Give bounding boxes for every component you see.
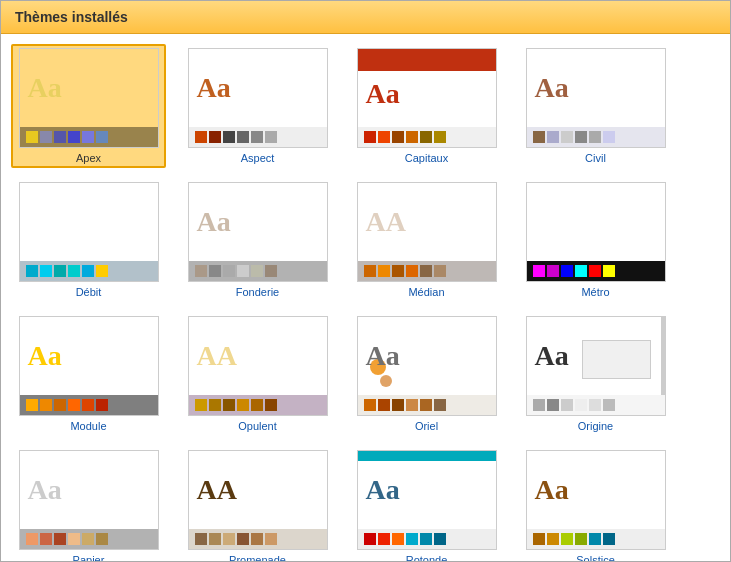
theme-item-oriel[interactable]: AaOriel xyxy=(349,312,504,436)
color-swatch xyxy=(547,533,559,545)
theme-label-apex: Apex xyxy=(76,152,101,164)
color-swatch xyxy=(589,131,601,143)
theme-label-papier: Papier xyxy=(73,554,105,561)
color-swatch xyxy=(364,533,376,545)
theme-aa-text-promenade: AA xyxy=(197,474,237,506)
color-swatch xyxy=(603,399,615,411)
theme-aa-text-apex: Aa xyxy=(28,72,62,104)
color-swatch xyxy=(603,265,615,277)
color-swatch xyxy=(420,131,432,143)
theme-footer-opulent xyxy=(189,395,327,415)
theme-item-apex[interactable]: AaApex xyxy=(11,44,166,168)
color-swatch xyxy=(378,533,390,545)
theme-item-module[interactable]: AaModule xyxy=(11,312,166,436)
color-swatch xyxy=(378,131,390,143)
color-swatch xyxy=(434,265,446,277)
color-swatch xyxy=(575,533,587,545)
theme-item-origine[interactable]: AaOrigine xyxy=(518,312,673,436)
color-swatch xyxy=(209,265,221,277)
color-swatch xyxy=(237,399,249,411)
theme-aa-text-civil: Aa xyxy=(535,72,569,104)
theme-label-module: Module xyxy=(70,420,106,432)
color-swatch xyxy=(195,533,207,545)
theme-item-opulent[interactable]: AAOpulent xyxy=(180,312,335,436)
color-swatch xyxy=(40,131,52,143)
theme-footer-fonderie xyxy=(189,261,327,281)
color-swatch xyxy=(40,533,52,545)
color-swatch xyxy=(589,533,601,545)
color-swatch xyxy=(420,399,432,411)
color-swatch xyxy=(378,265,390,277)
theme-footer-metro xyxy=(527,261,665,281)
theme-footer-civil xyxy=(527,127,665,147)
theme-label-metro: Métro xyxy=(581,286,609,298)
color-swatch xyxy=(603,533,615,545)
theme-footer-capitaux xyxy=(358,127,496,147)
color-swatch xyxy=(547,131,559,143)
color-swatch xyxy=(561,399,573,411)
theme-item-median[interactable]: AAMédian xyxy=(349,178,504,302)
themes-grid: AaApexAaAspectAaCapitauxAaCivilAaDébitAa… xyxy=(11,44,724,561)
color-swatch xyxy=(251,131,263,143)
theme-label-promenade: Promenade xyxy=(229,554,286,561)
color-swatch xyxy=(68,265,80,277)
theme-aa-text-origine: Aa xyxy=(535,340,569,372)
theme-footer-promenade xyxy=(189,529,327,549)
color-swatch xyxy=(209,131,221,143)
color-swatch xyxy=(364,399,376,411)
theme-item-rotonde[interactable]: AaRotonde xyxy=(349,446,504,561)
color-swatch xyxy=(547,265,559,277)
theme-item-papier[interactable]: AaPapier xyxy=(11,446,166,561)
color-swatch xyxy=(82,131,94,143)
color-swatch xyxy=(547,399,559,411)
color-swatch xyxy=(68,533,80,545)
theme-aa-text-metro: AA xyxy=(535,206,575,238)
color-swatch xyxy=(40,399,52,411)
themes-grid-container[interactable]: AaApexAaAspectAaCapitauxAaCivilAaDébitAa… xyxy=(1,34,730,561)
themes-dialog: Thèmes installés AaApexAaAspectAaCapitau… xyxy=(0,0,731,562)
theme-footer-origine xyxy=(527,395,665,415)
color-swatch xyxy=(96,131,108,143)
color-swatch xyxy=(251,265,263,277)
color-swatch xyxy=(603,131,615,143)
color-swatch xyxy=(265,131,277,143)
theme-item-capitaux[interactable]: AaCapitaux xyxy=(349,44,504,168)
color-swatch xyxy=(406,131,418,143)
color-swatch xyxy=(364,265,376,277)
content-area: AaApexAaAspectAaCapitauxAaCivilAaDébitAa… xyxy=(1,34,730,561)
color-swatch xyxy=(223,265,235,277)
theme-label-aspect: Aspect xyxy=(241,152,275,164)
color-swatch xyxy=(209,533,221,545)
color-swatch xyxy=(82,399,94,411)
color-swatch xyxy=(54,265,66,277)
color-swatch xyxy=(265,533,277,545)
theme-aa-text-rotonde: Aa xyxy=(366,474,400,506)
color-swatch xyxy=(406,265,418,277)
theme-item-debit[interactable]: AaDébit xyxy=(11,178,166,302)
color-swatch xyxy=(223,533,235,545)
color-swatch xyxy=(392,399,404,411)
theme-item-aspect[interactable]: AaAspect xyxy=(180,44,335,168)
color-swatch xyxy=(265,265,277,277)
theme-item-solstice[interactable]: AaSolstice xyxy=(518,446,673,561)
theme-aa-text-capitaux: Aa xyxy=(366,78,400,110)
color-swatch xyxy=(533,265,545,277)
color-swatch xyxy=(26,265,38,277)
theme-label-fonderie: Fonderie xyxy=(236,286,279,298)
color-swatch xyxy=(420,265,432,277)
color-swatch xyxy=(392,265,404,277)
theme-label-origine: Origine xyxy=(578,420,613,432)
dialog-title: Thèmes installés xyxy=(1,1,730,34)
color-swatch xyxy=(223,131,235,143)
theme-item-fonderie[interactable]: AaFonderie xyxy=(180,178,335,302)
theme-footer-apex xyxy=(20,127,158,147)
color-swatch xyxy=(96,265,108,277)
color-swatch xyxy=(68,131,80,143)
theme-item-promenade[interactable]: AAPromenade xyxy=(180,446,335,561)
color-swatch xyxy=(54,399,66,411)
theme-item-metro[interactable]: AAMétro xyxy=(518,178,673,302)
theme-item-civil[interactable]: AaCivil xyxy=(518,44,673,168)
theme-footer-oriel xyxy=(358,395,496,415)
theme-label-oriel: Oriel xyxy=(415,420,438,432)
color-swatch xyxy=(575,131,587,143)
